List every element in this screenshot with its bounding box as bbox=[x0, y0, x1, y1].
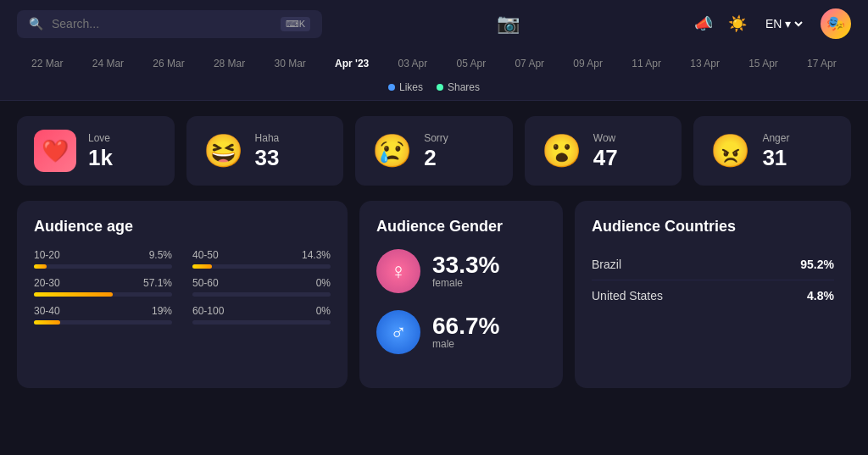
haha-count: 33 bbox=[255, 146, 280, 170]
age-bar-bg-30-40 bbox=[34, 320, 172, 325]
female-pct: 33.3% bbox=[432, 253, 499, 277]
age-row-40-50: 40-50 14.3% bbox=[192, 249, 331, 269]
wow-info: Wow 47 bbox=[593, 132, 618, 170]
date-24mar[interactable]: 24 Mar bbox=[86, 54, 131, 73]
age-pct-40-50: 14.3% bbox=[302, 249, 331, 261]
date-09apr[interactable]: 09 Apr bbox=[566, 54, 609, 73]
female-stats: 33.3% female bbox=[432, 253, 499, 289]
anger-label: Anger bbox=[762, 132, 789, 144]
sorry-info: Sorry 2 bbox=[424, 132, 448, 170]
camera-icon[interactable]: 📷 bbox=[497, 13, 520, 35]
timeline-dates: 22 Mar 24 Mar 26 Mar 28 Mar 30 Mar Apr '… bbox=[17, 54, 851, 78]
country-row-brazil: Brazil 95.2% bbox=[592, 249, 834, 280]
reaction-card-love[interactable]: ❤️ Love 1k bbox=[17, 116, 175, 186]
reaction-cards: ❤️ Love 1k 😆 Haha 33 😢 Sorry 2 😮 bbox=[17, 116, 851, 186]
keyboard-shortcut: ⌨K bbox=[281, 17, 310, 31]
wow-count: 47 bbox=[593, 146, 618, 170]
analytics-row: Audience age 10-20 9.5% 40-50 14.3% bbox=[17, 201, 851, 388]
age-row-60-100: 60-100 0% bbox=[192, 305, 331, 325]
reaction-card-sorry[interactable]: 😢 Sorry 2 bbox=[355, 116, 513, 186]
age-bar-bg-10-20 bbox=[34, 264, 172, 269]
date-26mar[interactable]: 26 Mar bbox=[146, 54, 191, 73]
shares-label: Shares bbox=[448, 81, 480, 93]
male-label: male bbox=[432, 338, 499, 350]
date-13apr[interactable]: 13 Apr bbox=[683, 54, 726, 73]
wow-label: Wow bbox=[593, 132, 618, 144]
date-17apr[interactable]: 17 Apr bbox=[800, 54, 843, 73]
age-bar-bg-50-60 bbox=[192, 292, 331, 297]
anger-count: 31 bbox=[762, 146, 789, 170]
sorry-emoji: 😢 bbox=[372, 135, 412, 167]
haha-label: Haha bbox=[255, 132, 280, 144]
country-name-us: United States bbox=[592, 289, 663, 302]
gender-item-female: ♀ 33.3% female bbox=[376, 249, 546, 293]
male-pct: 66.7% bbox=[432, 314, 499, 338]
shares-dot bbox=[437, 84, 443, 91]
haha-emoji: 😆 bbox=[203, 135, 243, 167]
sorry-count: 2 bbox=[424, 146, 448, 170]
sorry-label: Sorry bbox=[424, 132, 448, 144]
reaction-card-wow[interactable]: 😮 Wow 47 bbox=[525, 116, 682, 186]
age-pct-50-60: 0% bbox=[316, 277, 331, 289]
age-bar-fill-10-20 bbox=[34, 264, 47, 269]
age-bar-bg-60-100 bbox=[192, 320, 331, 325]
header-icons: 📣 ☀️ EN ▾ PT ES 🎭 bbox=[694, 8, 851, 39]
search-input[interactable] bbox=[52, 17, 272, 31]
audience-age-title: Audience age bbox=[34, 218, 331, 236]
age-row-20-30: 20-30 57.1% bbox=[34, 277, 172, 297]
age-row-50-60: 50-60 0% bbox=[192, 277, 331, 297]
date-07apr[interactable]: 07 Apr bbox=[508, 54, 551, 73]
header: 🔍 ⌨K 📷 📣 ☀️ EN ▾ PT ES 🎭 bbox=[0, 0, 868, 47]
likes-label: Likes bbox=[399, 81, 423, 93]
age-row-10-20: 10-20 9.5% bbox=[34, 249, 172, 269]
female-label: female bbox=[432, 277, 499, 289]
date-11apr[interactable]: 11 Apr bbox=[625, 54, 668, 73]
anger-info: Anger 31 bbox=[762, 132, 789, 170]
search-icon: 🔍 bbox=[29, 17, 43, 31]
date-15apr[interactable]: 15 Apr bbox=[742, 54, 785, 73]
age-pct-60-100: 0% bbox=[316, 305, 331, 317]
love-icon: ❤️ bbox=[34, 130, 76, 172]
age-row-30-40: 30-40 19% bbox=[34, 305, 172, 325]
country-pct-brazil: 95.2% bbox=[800, 258, 834, 271]
search-bar[interactable]: 🔍 ⌨K bbox=[17, 10, 322, 38]
age-bar-fill-20-30 bbox=[34, 292, 113, 297]
reaction-card-anger[interactable]: 😠 Anger 31 bbox=[693, 116, 851, 186]
date-03apr[interactable]: 03 Apr bbox=[392, 54, 435, 73]
haha-info: Haha 33 bbox=[255, 132, 280, 170]
age-range-30-40: 30-40 bbox=[34, 305, 60, 317]
reaction-card-haha[interactable]: 😆 Haha 33 bbox=[186, 116, 344, 186]
date-30mar[interactable]: 30 Mar bbox=[267, 54, 312, 73]
age-pct-30-40: 19% bbox=[152, 305, 172, 317]
wow-emoji: 😮 bbox=[542, 135, 581, 167]
audience-gender-title: Audience Gender bbox=[376, 218, 546, 236]
age-bar-bg-20-30 bbox=[34, 292, 172, 297]
female-icon: ♀ bbox=[376, 249, 420, 293]
audience-countries-title: Audience Countries bbox=[592, 218, 834, 236]
date-28mar[interactable]: 28 Mar bbox=[207, 54, 252, 73]
love-label: Love bbox=[88, 132, 113, 144]
age-range-60-100: 60-100 bbox=[192, 305, 224, 317]
sun-icon[interactable]: ☀️ bbox=[728, 14, 747, 33]
country-row-us: United States 4.8% bbox=[592, 280, 834, 311]
country-pct-us: 4.8% bbox=[807, 289, 834, 302]
love-info: Love 1k bbox=[88, 132, 113, 170]
age-bar-fill-30-40 bbox=[34, 320, 60, 325]
age-pct-20-30: 57.1% bbox=[143, 277, 172, 289]
date-apr23[interactable]: Apr '23 bbox=[328, 54, 376, 73]
anger-emoji: 😠 bbox=[710, 135, 750, 167]
timeline-legend: Likes Shares bbox=[17, 78, 851, 100]
age-pct-10-20: 9.5% bbox=[149, 249, 172, 261]
date-22mar[interactable]: 22 Mar bbox=[25, 54, 70, 73]
audience-gender-card: Audience Gender ♀ 33.3% female ♂ 66.7% m… bbox=[359, 201, 563, 388]
country-name-brazil: Brazil bbox=[592, 258, 621, 271]
male-icon: ♂ bbox=[376, 310, 420, 354]
age-bar-bg-40-50 bbox=[192, 264, 331, 269]
date-05apr[interactable]: 05 Apr bbox=[449, 54, 492, 73]
language-select[interactable]: EN ▾ PT ES bbox=[762, 16, 805, 31]
megaphone-icon[interactable]: 📣 bbox=[694, 14, 713, 33]
age-range-50-60: 50-60 bbox=[192, 277, 219, 289]
avatar[interactable]: 🎭 bbox=[821, 8, 851, 39]
main-content: ❤️ Love 1k 😆 Haha 33 😢 Sorry 2 😮 bbox=[0, 101, 868, 403]
age-grid: 10-20 9.5% 40-50 14.3% bbox=[34, 249, 331, 325]
